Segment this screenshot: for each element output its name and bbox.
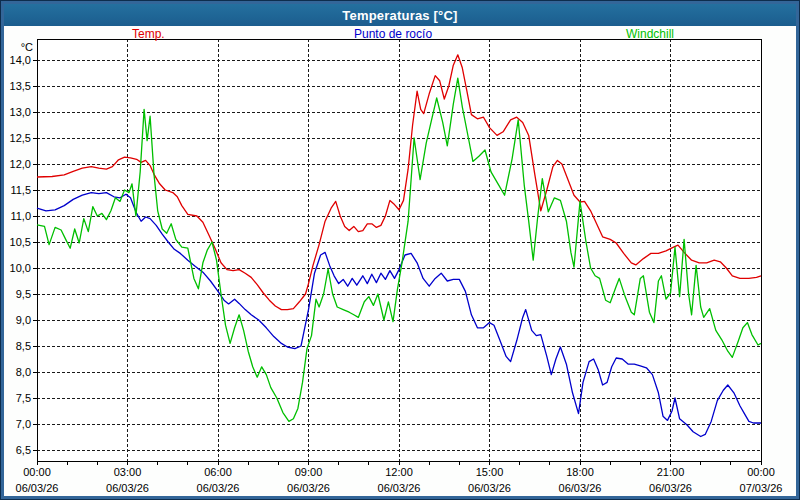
svg-text:9,5: 9,5	[16, 288, 31, 300]
temperature-chart: 6,57,07,58,08,59,09,510,010,511,011,512,…	[4, 26, 796, 496]
legend-item-dew-point: Punto de rocío	[354, 27, 432, 41]
svg-text:06/03/26: 06/03/26	[287, 482, 330, 494]
svg-text:12,0: 12,0	[10, 158, 31, 170]
svg-text:10,0: 10,0	[10, 262, 31, 274]
svg-text:9,0: 9,0	[16, 314, 31, 326]
svg-text:12,5: 12,5	[10, 132, 31, 144]
svg-text:06/03/26: 06/03/26	[649, 482, 692, 494]
svg-text:15:00: 15:00	[476, 466, 504, 478]
svg-text:06/03/26: 06/03/26	[106, 482, 149, 494]
svg-text:8,0: 8,0	[16, 366, 31, 378]
svg-text:06/03/26: 06/03/26	[559, 482, 602, 494]
svg-text:11,5: 11,5	[10, 184, 31, 196]
svg-text:07/03/26: 07/03/26	[740, 482, 783, 494]
svg-text:18:00: 18:00	[566, 466, 594, 478]
legend-item-windchill: Windchill	[626, 27, 674, 41]
svg-text:06:00: 06:00	[204, 466, 232, 478]
svg-text:06/03/26: 06/03/26	[468, 482, 511, 494]
svg-text:13,5: 13,5	[10, 80, 31, 92]
window-frame: Temperaturas [°C] 6,57,07,58,08,59,09,51…	[1, 1, 799, 499]
svg-text:13,0: 13,0	[10, 106, 31, 118]
svg-text:6,5: 6,5	[16, 444, 31, 456]
svg-text:11,0: 11,0	[10, 210, 31, 222]
svg-text:06/03/26: 06/03/26	[16, 482, 59, 494]
chart-container: 6,57,07,58,08,59,09,510,010,511,011,512,…	[4, 26, 796, 496]
svg-text:7,5: 7,5	[16, 392, 31, 404]
svg-text:8,5: 8,5	[16, 340, 31, 352]
legend-item-temp: Temp.	[132, 27, 165, 41]
svg-text:09:00: 09:00	[295, 466, 323, 478]
svg-text:21:00: 21:00	[657, 466, 685, 478]
svg-text:°C: °C	[21, 41, 33, 53]
window-title: Temperaturas [°C]	[342, 8, 457, 23]
svg-text:14,0: 14,0	[10, 54, 31, 66]
window-titlebar: Temperaturas [°C]	[4, 4, 796, 26]
svg-text:06/03/26: 06/03/26	[378, 482, 421, 494]
svg-text:12:00: 12:00	[385, 466, 413, 478]
svg-text:00:00: 00:00	[747, 466, 775, 478]
app-window: Temperaturas [°C] 6,57,07,58,08,59,09,51…	[0, 0, 800, 500]
svg-text:00:00: 00:00	[23, 466, 51, 478]
svg-text:03:00: 03:00	[114, 466, 142, 478]
svg-text:06/03/26: 06/03/26	[197, 482, 240, 494]
svg-text:10,5: 10,5	[10, 236, 31, 248]
svg-text:7,0: 7,0	[16, 418, 31, 430]
chart-legend: Temp. Punto de rocío Windchill	[4, 27, 796, 42]
